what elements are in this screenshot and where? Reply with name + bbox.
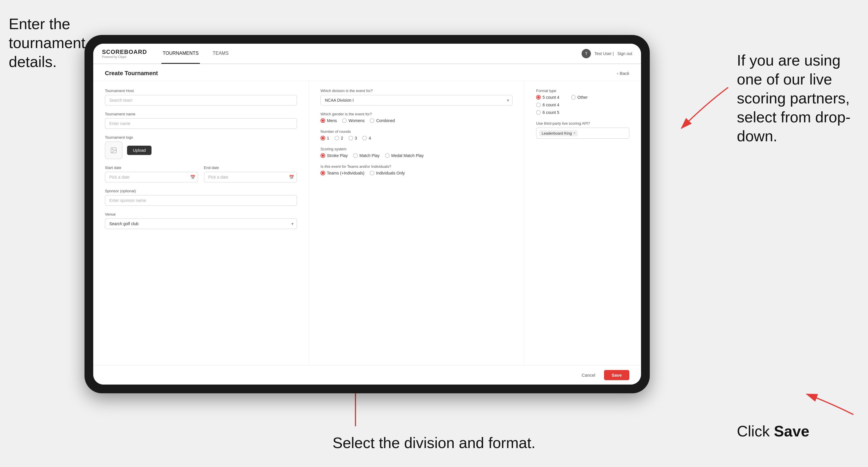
venue-group: Venue Search golf club <box>105 212 297 229</box>
tournament-host-input[interactable] <box>105 95 297 105</box>
sponsor-input[interactable] <box>105 195 297 206</box>
gender-mens-radio[interactable] <box>320 118 325 123</box>
scoring-match-label: Match Play <box>360 153 380 158</box>
event-for-group: Is this event for Teams and/or Individua… <box>320 164 513 176</box>
gender-mens[interactable]: Mens <box>320 118 337 123</box>
rounds-label: Number of rounds <box>320 129 513 134</box>
tournament-logo-group: Tournament logo Upload <box>105 135 297 159</box>
gender-combined-radio[interactable] <box>370 118 374 123</box>
rounds-4-radio[interactable] <box>362 136 367 141</box>
gender-combined[interactable]: Combined <box>370 118 395 123</box>
sponsor-label: Sponsor (optional) <box>105 189 297 193</box>
format-type-left: 5 count 4 6 count 4 6 count 5 <box>536 95 559 115</box>
format-5count4[interactable]: 5 count 4 <box>536 95 559 100</box>
start-date-input[interactable] <box>105 172 198 182</box>
live-scoring-tag-close[interactable]: × <box>574 131 576 135</box>
format-type-group: Format type 5 count 4 6 count 4 <box>536 89 629 115</box>
tournament-logo-label: Tournament logo <box>105 135 297 139</box>
tablet-screen: SCOREBOARD Powered by Clippit TOURNAMENT… <box>93 44 641 384</box>
gender-womens-label: Womens <box>348 118 365 123</box>
logo-sub: Powered by Clippit <box>102 55 147 59</box>
division-select[interactable]: NCAA Division I NCAA Division II NCAA Di… <box>320 95 513 105</box>
format-6count4-label: 6 count 4 <box>542 102 559 107</box>
rounds-3-radio[interactable] <box>348 136 353 141</box>
sign-out-link[interactable]: Sign out <box>617 51 632 56</box>
format-other[interactable]: Other <box>571 95 588 100</box>
svg-point-5 <box>112 149 113 150</box>
rounds-4[interactable]: 4 <box>362 136 371 141</box>
format-6count5[interactable]: 6 count 5 <box>536 110 559 115</box>
rounds-2[interactable]: 2 <box>335 136 343 141</box>
scoring-match[interactable]: Match Play <box>353 153 380 158</box>
rounds-2-label: 2 <box>341 136 343 141</box>
format-other-radio[interactable] <box>571 95 576 100</box>
gender-womens[interactable]: Womens <box>342 118 365 123</box>
rounds-3-label: 3 <box>355 136 357 141</box>
scoring-medal[interactable]: Medal Match Play <box>385 153 424 158</box>
logo-area: SCOREBOARD Powered by Clippit <box>102 49 147 59</box>
navbar: SCOREBOARD Powered by Clippit TOURNAMENT… <box>93 44 641 64</box>
scoring-medal-radio[interactable] <box>385 153 390 158</box>
tournament-name-group: Tournament name <box>105 112 297 129</box>
main-content: Create Tournament ‹ Back Tournament Host… <box>93 64 641 384</box>
scoring-stroke-radio[interactable] <box>320 153 325 158</box>
rounds-1[interactable]: 1 <box>320 136 329 141</box>
event-teams-radio[interactable] <box>320 171 325 176</box>
gender-womens-radio[interactable] <box>342 118 347 123</box>
end-date-label: End date <box>204 165 297 170</box>
event-teams[interactable]: Teams (+Individuals) <box>320 171 365 176</box>
middle-column: Which division is the event for? NCAA Di… <box>309 81 524 365</box>
page-title: Create Tournament <box>105 70 158 76</box>
tournament-name-input[interactable] <box>105 118 297 129</box>
format-6count4-radio[interactable] <box>536 102 541 107</box>
tournament-host-group: Tournament Host <box>105 89 297 105</box>
logo-upload-area: Upload <box>105 142 297 159</box>
annotation-top-right: If you are using one of our live scoring… <box>737 51 859 146</box>
start-date-icon: 📅 <box>190 175 195 180</box>
nav-right: T Test User | Sign out <box>582 49 632 58</box>
back-link[interactable]: ‹ Back <box>617 71 629 76</box>
venue-select[interactable]: Search golf club <box>105 218 297 229</box>
rounds-1-radio[interactable] <box>320 136 325 141</box>
nav-links: TOURNAMENTS TEAMS <box>161 44 582 64</box>
scoring-match-radio[interactable] <box>353 153 358 158</box>
format-type-label: Format type <box>536 89 629 93</box>
event-individuals[interactable]: Individuals Only <box>370 171 405 176</box>
save-button[interactable]: Save <box>604 370 629 380</box>
cancel-button[interactable]: Cancel <box>577 370 600 380</box>
nav-teams[interactable]: TEAMS <box>212 44 230 64</box>
format-6count5-radio[interactable] <box>536 110 541 115</box>
start-date-wrapper: 📅 <box>105 172 198 182</box>
format-6count5-label: 6 count 5 <box>542 110 559 115</box>
rounds-2-radio[interactable] <box>335 136 339 141</box>
tablet-frame: SCOREBOARD Powered by Clippit TOURNAMENT… <box>85 35 650 393</box>
event-individuals-radio[interactable] <box>370 171 374 176</box>
format-5count4-radio[interactable] <box>536 95 541 100</box>
live-scoring-tag-input[interactable]: Leaderboard King × <box>536 128 629 139</box>
scoring-stroke[interactable]: Stroke Play <box>320 153 348 158</box>
gender-combined-label: Combined <box>376 118 395 123</box>
start-date-label: Start date <box>105 165 198 170</box>
venue-label: Venue <box>105 212 297 216</box>
upload-button[interactable]: Upload <box>127 146 152 155</box>
end-date-icon: 📅 <box>289 175 294 180</box>
end-date-wrapper: 📅 <box>204 172 297 182</box>
event-for-label: Is this event for Teams and/or Individua… <box>320 164 513 169</box>
format-6count4[interactable]: 6 count 4 <box>536 102 559 107</box>
start-date-field: Start date 📅 <box>105 165 198 182</box>
tournament-host-label: Tournament Host <box>105 89 297 93</box>
format-type-layout: 5 count 4 6 count 4 6 count 5 <box>536 95 629 115</box>
live-scoring-label: Use third-party live scoring API? <box>536 121 629 126</box>
end-date-input[interactable] <box>204 172 297 182</box>
page-header: Create Tournament ‹ Back <box>93 64 641 81</box>
nav-tournaments[interactable]: TOURNAMENTS <box>161 44 199 64</box>
live-scoring-tag-value: Leaderboard King <box>542 131 572 135</box>
live-scoring-tag: Leaderboard King × <box>539 130 578 136</box>
scoring-stroke-label: Stroke Play <box>327 153 348 158</box>
rounds-3[interactable]: 3 <box>348 136 357 141</box>
gender-radio-group: Mens Womens Combined <box>320 118 513 123</box>
division-select-wrapper: NCAA Division I NCAA Division II NCAA Di… <box>320 95 513 105</box>
annotation-bottom-right: Click Save <box>737 422 859 441</box>
date-row: Start date 📅 End date 📅 <box>105 165 297 182</box>
gender-group: Which gender is the event for? Mens Wome… <box>320 112 513 123</box>
